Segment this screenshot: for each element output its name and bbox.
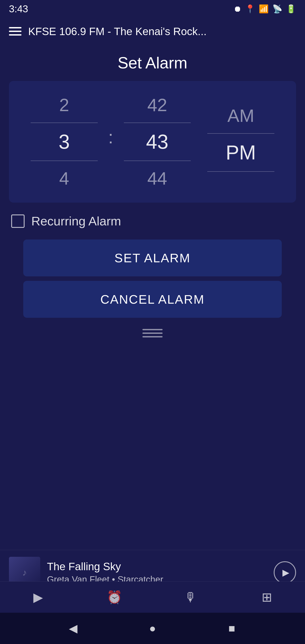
- hours-prev[interactable]: 2: [55, 90, 74, 120]
- time-picker[interactable]: 2 3 4 : 42 43 44 AM PM: [9, 81, 296, 202]
- ampm-current[interactable]: PM: [221, 136, 260, 169]
- ampm-column[interactable]: AM PM: [199, 100, 283, 183]
- nav-play-icon: ▶: [33, 590, 43, 604]
- nav-alarm-icon: ⏰: [107, 590, 122, 605]
- wifi-icon: 📶: [259, 4, 269, 14]
- time-picker-row: 2 3 4 : 42 43 44 AM PM: [22, 90, 283, 194]
- track-info: The Falling Sky Greta Van Fleet • Starca…: [47, 560, 267, 584]
- drag-handle[interactable]: [142, 329, 162, 338]
- nav-item-grid[interactable]: ⊞: [256, 586, 278, 608]
- status-bar: 3:43 ⏺ 📍 📶 📡 🔋: [0, 0, 305, 18]
- nav-item-play[interactable]: ▶: [27, 586, 50, 608]
- minutes-prev[interactable]: 42: [143, 90, 172, 120]
- minutes-next[interactable]: 44: [143, 163, 172, 194]
- recurring-alarm-row: Recurring Alarm: [9, 214, 296, 228]
- recurring-alarm-checkbox[interactable]: [11, 214, 24, 228]
- hours-column[interactable]: 2 3 4: [22, 90, 106, 194]
- app-title: KFSE 106.9 FM - The Kenai's Rock...: [28, 25, 296, 38]
- nav-item-alarm[interactable]: ⏰: [103, 586, 126, 608]
- time-separator: :: [106, 127, 116, 148]
- cancel-alarm-button[interactable]: CANCEL ALARM: [23, 281, 282, 318]
- back-icon: ◀: [69, 622, 77, 635]
- hours-current[interactable]: 3: [54, 125, 74, 158]
- location-icon: 📍: [245, 4, 255, 14]
- ampm-prev[interactable]: AM: [223, 100, 259, 131]
- status-icons: ⏺ 📍 📶 📡 🔋: [234, 4, 296, 14]
- signal-icon: 📡: [272, 4, 282, 14]
- track-name: The Falling Sky: [47, 560, 267, 573]
- bottom-nav: ▶ ⏰ 🎙 ⊞: [0, 582, 305, 613]
- set-alarm-button[interactable]: SET ALARM: [23, 240, 282, 276]
- drag-handle-container: [9, 322, 296, 344]
- minutes-current[interactable]: 43: [142, 125, 173, 158]
- play-icon: ▶: [282, 567, 289, 578]
- system-nav: ◀ ● ■: [0, 613, 305, 644]
- page-title: Set Alarm: [9, 54, 296, 72]
- recent-button[interactable]: ■: [223, 620, 241, 637]
- nav-grid-icon: ⊞: [262, 590, 272, 604]
- home-button[interactable]: ●: [144, 620, 162, 637]
- home-icon: ●: [149, 622, 156, 635]
- play-pause-button[interactable]: ▶: [274, 561, 296, 584]
- recurring-alarm-label: Recurring Alarm: [31, 214, 121, 228]
- recent-icon: ■: [228, 622, 235, 635]
- app-bar: KFSE 106.9 FM - The Kenai's Rock...: [0, 18, 305, 45]
- ampm-next[interactable]: [236, 174, 245, 183]
- nav-mic-icon: 🎙: [184, 590, 197, 604]
- main-content: Set Alarm 2 3 4 : 42 43 44: [0, 45, 305, 353]
- status-time: 3:43: [9, 3, 28, 14]
- record-icon: ⏺: [234, 4, 242, 14]
- menu-button[interactable]: [9, 27, 22, 36]
- nav-item-mic[interactable]: 🎙: [180, 586, 202, 608]
- battery-icon: 🔋: [286, 4, 296, 14]
- minutes-column[interactable]: 42 43 44: [116, 90, 199, 194]
- hours-next[interactable]: 4: [55, 163, 74, 194]
- back-button[interactable]: ◀: [64, 620, 82, 637]
